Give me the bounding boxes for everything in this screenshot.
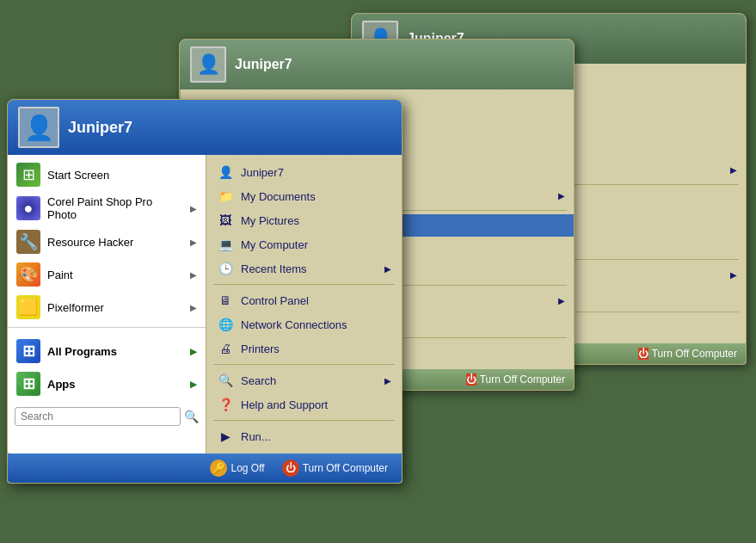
turnoff-label: Turn Off Computer (652, 348, 737, 360)
help-icon: ❓ (217, 396, 234, 413)
computer-icon: 💻 (217, 236, 234, 253)
left-panel: ⊞ Start Screen ● Corel Paint Shop Pro Ph… (8, 155, 206, 454)
menu2-username: Juniper7 (235, 57, 292, 72)
list-item[interactable]: 💻My Computer (206, 232, 402, 256)
logoff-icon: 🔑 (210, 460, 227, 477)
turnoff-button[interactable]: ⏻ Turn Off Computer (466, 373, 565, 386)
menu1-body: ⊞ Start Screen ● Corel Paint Shop Pro Ph… (8, 155, 402, 454)
network-icon: 🌐 (217, 316, 234, 333)
recent-icon: 🕒 (217, 260, 234, 277)
start-screen-item[interactable]: ⊞ Start Screen (8, 158, 206, 191)
list-item[interactable]: 🖥Control Panel (206, 288, 402, 312)
corel-label: Corel Paint Shop Pro Photo (47, 195, 183, 221)
documents-icon: 📁 (217, 188, 234, 205)
list-item[interactable]: 📁My Documents (206, 184, 402, 208)
turnoff-button[interactable]: ⏻ Turn Off Computer (277, 458, 393, 478)
run-icon: ▶ (217, 428, 234, 445)
corel-item[interactable]: ● Corel Paint Shop Pro Photo ▶ (8, 191, 206, 225)
separator (213, 420, 395, 421)
arrow-icon: ▶ (558, 191, 565, 201)
chevron-right-icon: ▶ (190, 379, 197, 389)
apps-icon: ⊞ (16, 372, 40, 396)
printers-icon: 🖨 (217, 340, 234, 357)
search-input[interactable] (15, 407, 181, 426)
menu1-username: Juniper7 (68, 119, 132, 137)
list-item[interactable]: 🌐Network Connections (206, 312, 402, 336)
all-programs-icon: ⊞ (16, 339, 40, 363)
list-item[interactable]: 🖼My Pictures (206, 208, 402, 232)
turnoff-label: Turn Off Computer (480, 373, 565, 386)
pixelformer-item[interactable]: 🟨 Pixelformer ▶ (8, 291, 206, 324)
arrow-icon: ▶ (730, 165, 737, 175)
start-screen-icon: ⊞ (16, 163, 40, 187)
start-menu-front: 👤 Juniper7 ⊞ Start Screen ● Corel Paint … (7, 99, 403, 484)
paint-label: Paint (47, 268, 183, 281)
logoff-label: Log Off (230, 462, 264, 474)
paint-icon: 🎨 (16, 262, 40, 287)
corel-icon: ● (16, 196, 40, 220)
list-item[interactable]: ❓Help and Support (206, 392, 402, 417)
list-item[interactable]: 👤Juniper7 (206, 160, 402, 184)
chevron-right-icon: ▶ (190, 303, 197, 312)
pixelformer-icon: 🟨 (16, 295, 40, 319)
chevron-right-icon: ▶ (190, 270, 197, 280)
avatar-front: 👤 (18, 107, 59, 148)
avatar-middle: 👤 (190, 46, 226, 83)
turnoff-icon: ⏻ (282, 460, 299, 477)
menu1-right-panel: 👤Juniper7 📁My Documents 🖼My Pictures 💻My… (206, 155, 402, 454)
list-item[interactable]: 🖨Printers (206, 336, 402, 361)
menu1-footer: 🔑 Log Off ⏻ Turn Off Computer (8, 454, 402, 483)
user-icon: 👤 (217, 164, 234, 181)
turnoff-icon: ⏻ (466, 373, 476, 386)
list-item[interactable]: 🕒Recent Items▶ (206, 256, 402, 281)
pixelformer-label: Pixelformer (47, 301, 183, 314)
all-programs-item[interactable]: ⊞ All Programs ▶ (8, 335, 206, 367)
turnoff-button[interactable]: ⏻ Turn Off Computer (638, 348, 737, 360)
chevron-right-icon: ▶ (190, 204, 197, 213)
resource-hacker-label: Resource Hacker (47, 236, 183, 249)
menu1-header: 👤 Juniper7 (8, 100, 402, 155)
logoff-button[interactable]: 🔑 Log Off (205, 458, 269, 478)
resource-hacker-icon: 🔧 (16, 230, 40, 254)
all-programs-label: All Programs (47, 345, 183, 358)
arrow-icon: ▶ (730, 270, 737, 280)
search-container: 🔍 (8, 404, 206, 429)
bottom-section: ⊞ All Programs ▶ ⊞ Apps ▶ (8, 331, 206, 404)
separator (213, 364, 395, 365)
turnoff-label: Turn Off Computer (303, 462, 388, 474)
chevron-right-icon: ▶ (190, 347, 197, 356)
apps-label: Apps (47, 378, 183, 391)
controlpanel-icon: 🖥 (217, 292, 234, 309)
separator (213, 284, 395, 285)
pictures-icon: 🖼 (217, 212, 234, 229)
search-button[interactable]: 🔍 (184, 410, 199, 423)
resource-hacker-item[interactable]: 🔧 Resource Hacker ▶ (8, 225, 206, 258)
arrow-icon: ▶ (384, 264, 391, 274)
arrow-icon: ▶ (384, 376, 391, 386)
chevron-right-icon: ▶ (190, 238, 197, 247)
start-screen-label: Start Screen (47, 169, 197, 182)
search-icon: 🔍 (217, 372, 234, 389)
list-item[interactable]: ▶Run... (206, 424, 402, 448)
arrow-icon: ▶ (558, 296, 565, 305)
left-separator (8, 327, 206, 328)
menu2-header: 👤 Juniper7 (180, 40, 574, 89)
paint-item[interactable]: 🎨 Paint ▶ (8, 258, 206, 291)
turnoff-icon: ⏻ (638, 348, 648, 360)
list-item[interactable]: 🔍Search▶ (206, 368, 402, 392)
apps-item[interactable]: ⊞ Apps ▶ (8, 367, 206, 400)
